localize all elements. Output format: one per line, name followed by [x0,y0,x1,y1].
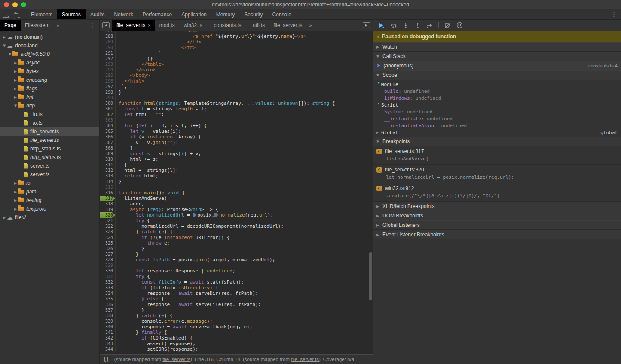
line-number[interactable]: 306 [100,134,115,140]
code-line-342[interactable]: 342 if (CORSEnabled) { [100,335,373,341]
resume-script-button[interactable] [376,21,387,30]
chevron-right-icon[interactable]: ▶ [376,131,381,135]
line-number[interactable]: 290 [100,45,115,50]
section-scope[interactable]: ▶ Scope [373,70,621,80]
code-line-329[interactable]: 329 [100,263,373,268]
tree-item-_io-ts[interactable]: _io.ts [0,110,99,119]
editor-tab-file_server-ts-5[interactable]: file_server.ts [269,20,306,31]
line-number[interactable]: 299 [100,95,115,101]
pretty-print-icon[interactable]: {} [103,356,109,362]
chevron-right-icon[interactable]: ▶ [13,95,18,99]
code-line-335[interactable]: 335 } else { [100,296,373,302]
tree-item-server-ts[interactable]: server.ts [0,162,99,170]
scope-property-__instantiateAsync[interactable]: __instantiateAsync: undefined [373,122,621,129]
chevron-down-icon[interactable]: ▶ [377,103,381,107]
line-number[interactable]: 321 [100,218,115,223]
code-line-334[interactable]: 334 response = await serveDir(req, fsPat… [100,291,373,296]
code-line-304[interactable]: 304 for (let i = 0; i < l; i++) { [100,123,373,128]
scope-group-global[interactable]: ▶Globalglobal [373,129,621,136]
code-line-306[interactable]: 306 if (v instanceof Array) { [100,134,373,140]
code-line-302[interactable]: 302 let html = ""; [100,112,373,117]
code-line-318[interactable]: 318 addr, [100,201,373,207]
scope-property-build[interactable]: build: undefined [373,88,621,95]
call-stack-frame[interactable]: ➤(anonymous)_constants.ts:4 [373,61,621,70]
line-number[interactable]: 333 [100,285,115,291]
tree-item-testing[interactable]: ▶testing [0,196,99,205]
code-line-288[interactable]: 288 <a href="${entry.url}">${entry.name}… [100,34,373,39]
tree-item-textproto[interactable]: ▶textproto [0,205,99,213]
breakpoint-checkbox[interactable] [376,167,382,173]
tree-item-encoding[interactable]: ▶encoding [0,76,99,84]
line-number[interactable]: 297 [100,84,115,89]
tab-audits[interactable]: Audits [86,9,109,19]
tree-item-file_server-ts[interactable]: file_server.ts [0,127,99,136]
chevron-right-icon[interactable]: ▶ [13,78,18,82]
editor-tab-_util-ts-4[interactable]: _util.ts [246,20,269,31]
tree-item-io[interactable]: ▶io [0,179,99,187]
editor-tab-win32-ts-2[interactable]: win32.ts [179,20,207,31]
chevron-right-icon[interactable]: ▶ [13,61,18,65]
tab-performance[interactable]: Performance [138,9,177,19]
tree-item--no-domain-[interactable]: ▶☁(no domain) [0,33,99,41]
scope-property-System[interactable]: System: undefined [373,108,621,115]
line-number[interactable]: 323 [100,229,115,235]
line-number[interactable]: 291 [100,50,115,56]
line-number[interactable]: 341 [100,330,115,335]
source-mapped-link-2[interactable]: file_server.ts [291,357,319,362]
line-number[interactable]: 298 [100,89,115,95]
code-line-323[interactable]: 323 } catch (e) { [100,229,373,235]
code-line-307[interactable]: 307 v = v.join(""); [100,140,373,145]
code-line-315[interactable]: 315 [100,184,373,190]
device-toolbar-icon[interactable] [15,12,20,18]
tab-application[interactable]: Application [177,9,211,19]
code-line-324[interactable]: 324 if (!(e instanceof URIError)) { [100,235,373,240]
editor-more-tabs-icon[interactable]: » [307,20,315,31]
code-line-300[interactable]: 300function html(strings: TemplateString… [100,101,373,106]
step-button[interactable] [425,21,435,30]
code-line-291[interactable]: 291 ` [100,50,373,56]
line-number[interactable]: 331 [100,274,115,279]
chevron-down-icon[interactable]: ▶ [8,52,12,57]
line-number[interactable]: 330 [100,268,115,274]
code-line-327[interactable]: 327 } [100,251,373,257]
chevron-right-icon[interactable]: ▶ [13,181,18,185]
code-line-333[interactable]: 333 if (fileInfo.isDirectory) { [100,285,373,291]
scope-group-script[interactable]: ▶Script [373,101,621,108]
code-line-338[interactable]: 338 } catch (e) { [100,313,373,318]
chevron-right-icon[interactable]: ▶ [2,216,7,220]
line-number[interactable]: 319 [100,207,115,212]
editor-tab-mod-ts-1[interactable]: mod.ts [155,20,179,31]
line-number[interactable]: 294 [100,67,115,73]
line-number[interactable]: 293 [100,61,115,67]
line-number[interactable]: 300 [100,101,115,106]
breakpoint-checkbox[interactable] [376,186,382,191]
breakpoint-entry[interactable]: win32.ts:912.replace(/^\/*([A-Za-z]:)(\/… [373,183,621,202]
line-number[interactable]: 288 [100,34,115,39]
line-number[interactable]: 316 [100,190,115,196]
code-line-320[interactable]: 320 let normalizedUrl = posix.normalize(… [100,212,373,218]
tree-item-_io-ts[interactable]: _io.ts [0,119,99,127]
code-line-337[interactable]: 337 } [100,307,373,313]
line-number[interactable]: 307 [100,140,115,145]
code-line-289[interactable]: 289 </td> [100,39,373,45]
tree-item-server-ts[interactable]: server.ts [0,170,99,179]
code-line-332[interactable]: 332 const fileInfo = await stat(fsPath); [100,279,373,285]
chevron-down-icon[interactable]: ▶ [377,82,381,87]
code-line-301[interactable]: 301 const l = strings.length - 1; [100,106,373,112]
code-line-330[interactable]: 330 let response: Response | undefined; [100,268,373,274]
scope-group-module[interactable]: ▶Module [373,81,621,88]
code-line-297[interactable]: 297 `; [100,84,373,89]
line-number[interactable]: 305 [100,128,115,134]
chevron-down-icon[interactable]: ▶ [14,103,18,108]
tree-item-async[interactable]: ▶async [0,58,99,67]
code-line-294[interactable]: 294 </main> [100,67,373,73]
section-dom-breakpoints[interactable]: ▶DOM Breakpoints [373,211,621,220]
line-number[interactable]: 303 [100,117,115,123]
navigator-menu-kebab-icon[interactable]: ⋮ [85,20,99,31]
code-line-328[interactable]: 328 const fsPath = posix.join(target, no… [100,257,373,263]
line-number[interactable]: 313 [100,173,115,179]
code-line-293[interactable]: 293 </table> [100,61,373,67]
inspect-element-icon[interactable] [3,12,9,18]
code-line-313[interactable]: 313 return html; [100,173,373,179]
show-debugger-icon[interactable]: ▶ [363,22,370,28]
